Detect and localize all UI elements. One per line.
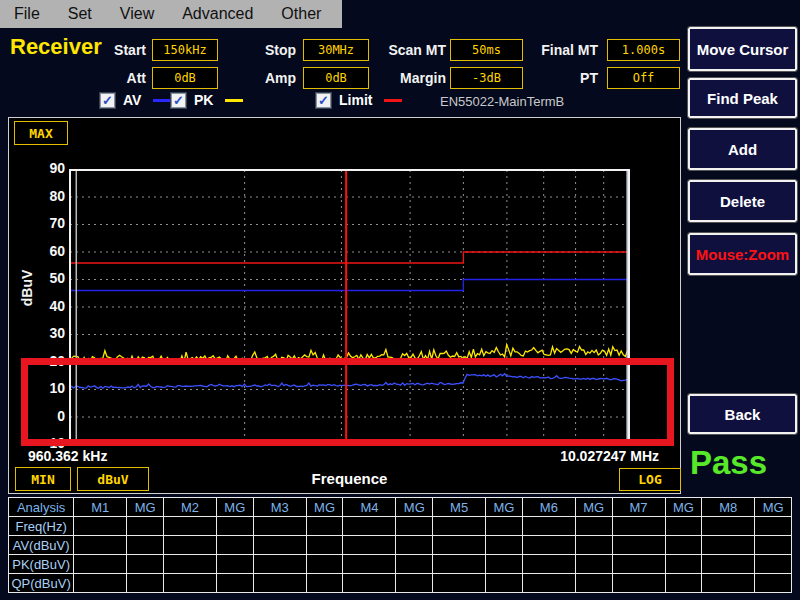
back-button[interactable]: Back — [688, 394, 797, 434]
add-button[interactable]: Add — [688, 128, 797, 170]
table-cell — [306, 555, 343, 574]
menu-advanced[interactable]: Advanced — [168, 5, 267, 23]
scan-mt-field[interactable]: 50ms — [450, 39, 523, 61]
pt-label: PT — [528, 70, 598, 86]
table-header-m7: M7 — [612, 498, 665, 517]
table-cell — [163, 536, 216, 555]
table-cell — [253, 517, 306, 536]
table-cell — [127, 536, 164, 555]
max-button[interactable]: MAX — [14, 121, 68, 145]
y-tick-80: 80 — [35, 188, 65, 204]
chart-panel: MAX dBuV 9080706050403020100-10 960.362 … — [8, 117, 681, 494]
av-checkbox[interactable]: ✓ — [100, 93, 115, 108]
amp-field[interactable]: 0dB — [303, 67, 369, 89]
table-header-m4: M4 — [343, 498, 396, 517]
table-cell — [253, 555, 306, 574]
start-label: Start — [96, 42, 146, 58]
table-cell — [74, 517, 127, 536]
y-tick-90: 90 — [35, 160, 65, 176]
av-label: AV — [123, 92, 141, 108]
x-axis-title: Frequence — [69, 470, 630, 487]
table-cell — [433, 536, 486, 555]
mouse-zoom-button[interactable]: Mouse:Zoom — [688, 233, 797, 275]
check-icon: ✓ — [173, 94, 184, 107]
table-cell — [396, 517, 433, 536]
page-title: Receiver — [10, 34, 102, 60]
y-tick-30: 30 — [35, 325, 65, 341]
table-cell — [253, 536, 306, 555]
table-cell — [163, 555, 216, 574]
margin-field[interactable]: -3dB — [450, 67, 523, 89]
margin-label: Margin — [376, 70, 446, 86]
limit-color-swatch — [384, 99, 402, 102]
stop-field[interactable]: 30MHz — [303, 39, 369, 61]
table-header-mg: MG — [665, 498, 702, 517]
table-cell — [702, 574, 755, 593]
limit-checkbox[interactable]: ✓ — [316, 93, 331, 108]
min-button[interactable]: MIN — [15, 467, 71, 491]
final-mt-label: Final MT — [528, 42, 598, 58]
pk-trace-toggle[interactable]: ✓ PK — [171, 91, 243, 109]
table-cell — [396, 536, 433, 555]
table-cell — [612, 555, 665, 574]
receiver-screen: FileSetViewAdvancedOther Receiver Start … — [0, 0, 800, 600]
table-cell — [306, 517, 343, 536]
table-header-m2: M2 — [163, 498, 216, 517]
find-peak-button[interactable]: Find Peak — [688, 78, 797, 118]
table-cell — [665, 517, 702, 536]
pk-checkbox[interactable]: ✓ — [171, 93, 186, 108]
pt-field[interactable]: Off — [607, 67, 680, 89]
av-trace-toggle[interactable]: ✓ AV — [100, 91, 171, 109]
limit-toggle[interactable]: ✓ Limit — [316, 91, 402, 109]
table-header-mg: MG — [575, 498, 612, 517]
table-cell — [433, 555, 486, 574]
menu-view[interactable]: View — [106, 5, 168, 23]
y-tick-70: 70 — [35, 215, 65, 231]
start-field[interactable]: 150kHz — [152, 39, 218, 61]
move-cursor-button[interactable]: Move Cursor — [688, 27, 797, 71]
pk-color-swatch — [225, 99, 243, 102]
table-cell — [486, 536, 523, 555]
final-mt-field[interactable]: 1.000s — [607, 39, 680, 61]
menu-file[interactable]: File — [0, 5, 54, 23]
table-cell — [612, 536, 665, 555]
x-start-frequency: 960.362 kHz — [28, 448, 107, 464]
zoom-selection-rectangle — [21, 358, 674, 446]
table-header-mg: MG — [396, 498, 433, 517]
table-cell — [486, 574, 523, 593]
pass-status: Pass — [690, 444, 767, 482]
table-cell — [755, 536, 792, 555]
table-cell — [127, 574, 164, 593]
limit-label: Limit — [339, 92, 372, 108]
table-cell — [755, 555, 792, 574]
table-cell — [702, 517, 755, 536]
table-cell — [343, 574, 396, 593]
table-cell — [343, 555, 396, 574]
table-cell — [216, 555, 253, 574]
table-cell — [163, 574, 216, 593]
table-cell — [486, 517, 523, 536]
y-tick-50: 50 — [35, 270, 65, 286]
table-cell — [522, 574, 575, 593]
att-label: Att — [96, 70, 146, 86]
att-field[interactable]: 0dB — [152, 67, 218, 89]
table-header-m5: M5 — [433, 498, 486, 517]
table-header-mg: MG — [127, 498, 164, 517]
table-cell — [755, 574, 792, 593]
table-cell — [163, 517, 216, 536]
log-scale-button[interactable]: LOG — [619, 468, 681, 491]
menu-bar: FileSetViewAdvancedOther — [0, 0, 342, 28]
table-cell — [702, 536, 755, 555]
menu-set[interactable]: Set — [54, 5, 106, 23]
limit-av — [70, 280, 630, 291]
table-cell — [575, 517, 612, 536]
menu-other[interactable]: Other — [267, 5, 335, 23]
table-header-m8: M8 — [702, 498, 755, 517]
table-cell — [216, 517, 253, 536]
table-cell — [612, 517, 665, 536]
unit-button[interactable]: dBuV — [77, 467, 149, 491]
table-header-mg: MG — [486, 498, 523, 517]
table-cell — [74, 555, 127, 574]
table-cell — [486, 555, 523, 574]
delete-button[interactable]: Delete — [688, 180, 797, 222]
